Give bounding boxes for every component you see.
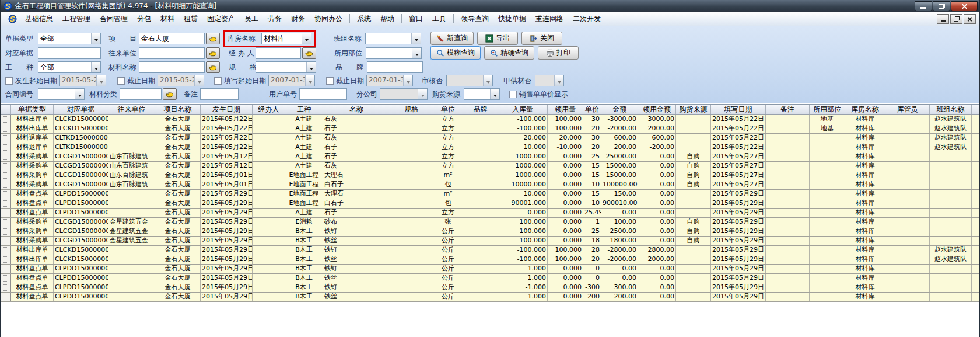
row-selector[interactable] xyxy=(1,115,11,124)
column-header-vendor[interactable]: 往来单位 xyxy=(108,105,155,114)
fill-start-date[interactable]: 2007-01-31 xyxy=(268,75,315,86)
exact-query-button[interactable]: 精确查询 xyxy=(484,46,534,60)
row-selector[interactable] xyxy=(1,162,11,171)
handler-picker-button[interactable] xyxy=(302,47,316,59)
column-header-spec[interactable]: 规格 xyxy=(390,105,433,114)
row-selector[interactable] xyxy=(1,237,11,245)
menu-item[interactable]: 快捷单据 xyxy=(494,12,531,26)
table-row[interactable]: 材料盘点单CLPDD150000001金石大厦2015年05月29日E地面工程白… xyxy=(1,199,979,209)
spec-select[interactable] xyxy=(256,61,316,73)
column-header-trade[interactable]: 工种 xyxy=(285,105,323,114)
chevron-down-icon[interactable] xyxy=(305,75,314,86)
audit-select[interactable] xyxy=(446,75,493,86)
category-input[interactable] xyxy=(120,88,162,100)
owner-supply-select[interactable] xyxy=(535,75,564,86)
export-button[interactable]: 导出 xyxy=(477,32,518,45)
menu-item[interactable]: 劳务 xyxy=(263,12,286,26)
branch-select[interactable] xyxy=(380,88,428,100)
table-row[interactable]: 材料出库单CLCKD150000001金石大厦2015年05月22日A土建石子立… xyxy=(1,124,979,134)
vendor-picker-button[interactable] xyxy=(206,47,220,59)
warehouse-select[interactable]: 材料库 xyxy=(261,33,312,44)
fill-end-checkbox[interactable] xyxy=(326,77,334,85)
column-header-note[interactable]: 备注 xyxy=(766,105,810,114)
chevron-down-icon[interactable] xyxy=(194,75,204,86)
menu-item[interactable]: 财务 xyxy=(286,12,310,26)
table-row[interactable]: 材料盘点单CLPDD150000001金石大厦2015年05月29日A土建石子立… xyxy=(1,209,979,218)
chevron-down-icon[interactable] xyxy=(91,62,100,72)
table-row[interactable]: 材料退库单CLTKD150000001金石大厦2015年05月22日A土建石子立… xyxy=(1,143,979,152)
table-row[interactable]: 材料退库单CLTKD150000001金石大厦2015年05月22日A土建石灰立… xyxy=(1,134,979,143)
menu-item[interactable]: 基础信息 xyxy=(20,12,58,26)
print-button[interactable]: 打印 xyxy=(538,46,579,60)
new-query-button[interactable]: 新查询 xyxy=(430,32,474,45)
chevron-down-icon[interactable] xyxy=(418,89,427,99)
column-header-amount[interactable]: 金额 xyxy=(601,105,638,114)
row-selector[interactable] xyxy=(1,274,11,283)
row-selector[interactable] xyxy=(1,190,11,199)
chevron-down-icon[interactable] xyxy=(412,48,421,58)
table-row[interactable]: 材料采购单CLCGD150000006金星建筑五金金石大厦2015年05月29日… xyxy=(1,237,979,246)
user-no-input[interactable] xyxy=(299,88,347,100)
close-button[interactable] xyxy=(951,1,978,11)
category-picker-button[interactable] xyxy=(163,88,177,100)
table-row[interactable]: 材料盘点单CLPDD150000003金石大厦2015年05月29日B木工铁钉公… xyxy=(1,283,979,293)
table-row[interactable]: 材料出库单CLCKD150000001金石大厦2015年05月22日A土建石灰立… xyxy=(1,115,979,124)
row-selector[interactable] xyxy=(1,209,11,217)
menu-item[interactable]: 员工 xyxy=(240,12,263,26)
chevron-down-icon[interactable] xyxy=(403,75,412,86)
column-header-doc[interactable]: 对应单据 xyxy=(54,105,108,114)
project-picker-button[interactable] xyxy=(206,33,220,44)
table-row[interactable]: 材料盘点单CLPDD150000002金石大厦2015年05月29日B木工铁钉公… xyxy=(1,265,979,274)
menu-item[interactable]: 租赁 xyxy=(179,12,202,26)
table-row[interactable]: 材料出库单CLCKD150000002金石大厦2015年05月29日B木工铁丝公… xyxy=(1,255,979,265)
column-header-qty_in[interactable]: 入库量 xyxy=(498,105,548,114)
menu-item[interactable]: 系统 xyxy=(352,12,376,26)
mdi-minimize-button[interactable] xyxy=(937,14,949,24)
material-input[interactable] xyxy=(139,61,205,73)
column-header-project[interactable]: 项目名称 xyxy=(155,105,201,114)
note-input[interactable] xyxy=(200,88,239,100)
toolbar-grip[interactable] xyxy=(4,14,5,24)
column-header-warehouse[interactable]: 库房名称 xyxy=(845,105,886,114)
menu-item[interactable]: 窗口 xyxy=(404,12,428,26)
row-selector[interactable] xyxy=(1,199,11,208)
brand-input[interactable] xyxy=(367,61,423,73)
mdi-restore-button[interactable] xyxy=(950,14,963,24)
mdi-close-button[interactable] xyxy=(964,14,976,24)
menu-item[interactable]: 材料 xyxy=(156,12,179,26)
column-header-type[interactable]: 单据类型 xyxy=(11,105,54,114)
chevron-down-icon[interactable] xyxy=(411,33,421,44)
material-picker-button[interactable] xyxy=(206,61,220,73)
menu-item[interactable]: 领导查询 xyxy=(456,12,494,26)
chevron-down-icon[interactable] xyxy=(91,33,100,44)
row-selector[interactable] xyxy=(1,143,11,152)
column-header-price[interactable]: 单价 xyxy=(583,105,601,114)
column-header-source[interactable]: 购货来源 xyxy=(676,105,711,114)
chevron-down-icon[interactable] xyxy=(483,75,492,86)
row-selector[interactable] xyxy=(1,180,11,189)
row-selector[interactable] xyxy=(1,255,11,264)
table-row[interactable]: 材料采购单CLCGD150000005山东百脉建筑金石大厦2015年05月01日… xyxy=(1,180,979,190)
chevron-down-icon[interactable] xyxy=(306,62,316,72)
occur-end-checkbox[interactable] xyxy=(117,77,125,85)
doc-no-input[interactable] xyxy=(38,47,101,59)
column-header-fill_date[interactable]: 填写日期 xyxy=(711,105,766,114)
column-header-name[interactable]: 名称 xyxy=(323,105,390,114)
row-selector[interactable] xyxy=(1,283,11,292)
fill-start-checkbox[interactable] xyxy=(214,77,222,85)
row-selector[interactable] xyxy=(1,152,11,161)
project-input[interactable] xyxy=(139,33,205,44)
row-selector[interactable] xyxy=(1,246,11,255)
vendor-input[interactable] xyxy=(139,47,205,59)
position-select[interactable] xyxy=(366,47,422,59)
handler-input[interactable] xyxy=(256,47,301,59)
menu-item[interactable]: 工具 xyxy=(428,12,451,26)
table-row[interactable]: 材料盘点单CLPDD150000001金石大厦2015年05月29日E地面工程大… xyxy=(1,190,979,199)
table-row[interactable]: 材料采购单CLCGD150000004山东百脉建筑金石大厦2015年05月12日… xyxy=(1,152,979,162)
menu-item[interactable]: 固定资产 xyxy=(202,12,240,26)
table-row[interactable]: 材料采购单CLCGD150000006金星建筑五金金石大厦2015年05月29日… xyxy=(1,227,979,237)
row-selector[interactable] xyxy=(1,293,11,301)
row-selector[interactable] xyxy=(1,265,11,273)
table-row[interactable]: 材料采购单CLCGD150000005山东百脉建筑金石大厦2015年05月01日… xyxy=(1,171,979,180)
row-selector[interactable] xyxy=(1,171,11,180)
